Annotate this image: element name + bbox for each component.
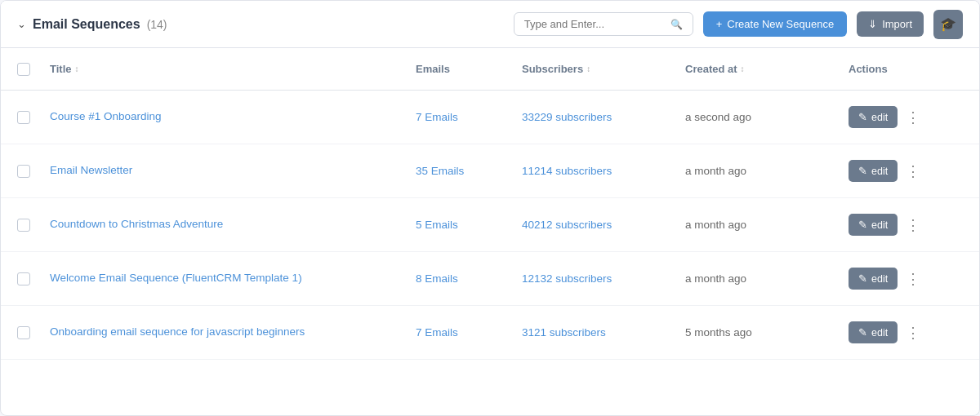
row-title-2[interactable]: Countdown to Christmas Adventure bbox=[50, 217, 416, 232]
row-created-3: a month ago bbox=[685, 272, 849, 285]
row-subscribers-2: 40212 subscribers bbox=[522, 219, 685, 231]
row-title-3[interactable]: Welcome Email Sequence (FluentCRM Templa… bbox=[50, 271, 416, 286]
row-emails-4[interactable]: 7 Emails bbox=[416, 326, 522, 339]
import-label: Import bbox=[882, 18, 912, 30]
select-all-checkbox[interactable] bbox=[17, 63, 30, 76]
row-subscribers-4: 3121 subscribers bbox=[522, 326, 685, 339]
select-all-cell bbox=[17, 63, 50, 76]
edit-label-4: edit bbox=[871, 327, 888, 339]
more-button-1[interactable]: ⋮ bbox=[902, 162, 924, 180]
table-body: Course #1 Onboarding 7 Emails 33229 subs… bbox=[1, 91, 979, 360]
created-sort-icon[interactable]: ↕ bbox=[741, 64, 745, 73]
upload-icon: ⇓ bbox=[868, 18, 877, 30]
row-actions-0: ✎ edit ⋮ bbox=[849, 106, 963, 128]
row-emails-0[interactable]: 7 Emails bbox=[416, 111, 522, 123]
table-area: Title ↕ Emails Subscribers ↕ Created at … bbox=[1, 48, 979, 360]
plus-icon: + bbox=[716, 18, 723, 30]
edit-pencil-icon-0: ✎ bbox=[858, 111, 867, 123]
table-row: Onboarding email sequence for javascript… bbox=[1, 306, 979, 360]
edit-label-0: edit bbox=[871, 112, 888, 123]
row-emails-2[interactable]: 5 Emails bbox=[416, 219, 522, 231]
table-row: Welcome Email Sequence (FluentCRM Templa… bbox=[1, 252, 979, 306]
row-subscribers-3: 12132 subscribers bbox=[522, 272, 685, 285]
row-created-4: 5 months ago bbox=[685, 326, 849, 339]
row-actions-1: ✎ edit ⋮ bbox=[849, 160, 963, 182]
col-title: Title ↕ bbox=[50, 63, 416, 75]
row-checkbox-4[interactable] bbox=[17, 326, 30, 339]
row-emails-1[interactable]: 35 Emails bbox=[416, 165, 522, 177]
graduation-hat-icon: 🎓 bbox=[940, 16, 956, 32]
search-icon: 🔍 bbox=[670, 19, 683, 30]
sequence-count: (14) bbox=[147, 18, 167, 31]
row-title-0[interactable]: Course #1 Onboarding bbox=[50, 109, 416, 125]
edit-button-1[interactable]: ✎ edit bbox=[849, 160, 898, 182]
col-actions: Actions bbox=[849, 63, 963, 75]
more-button-0[interactable]: ⋮ bbox=[902, 108, 924, 126]
row-actions-3: ✎ edit ⋮ bbox=[849, 268, 963, 290]
more-button-3[interactable]: ⋮ bbox=[902, 270, 924, 288]
more-button-2[interactable]: ⋮ bbox=[902, 216, 924, 234]
row-actions-4: ✎ edit ⋮ bbox=[849, 321, 963, 343]
more-button-4[interactable]: ⋮ bbox=[902, 324, 924, 342]
row-created-0: a second ago bbox=[685, 111, 849, 123]
edit-button-0[interactable]: ✎ edit bbox=[849, 106, 898, 128]
header: ⌄ Email Sequences (14) 🔍 + Create New Se… bbox=[1, 1, 979, 48]
header-title-area: ⌄ Email Sequences (14) bbox=[17, 17, 167, 32]
table-row: Course #1 Onboarding 7 Emails 33229 subs… bbox=[1, 91, 979, 144]
row-checkbox-cell-0 bbox=[17, 111, 50, 124]
row-checkbox-0[interactable] bbox=[17, 111, 30, 124]
page-title: Email Sequences bbox=[33, 17, 140, 32]
edit-pencil-icon-2: ✎ bbox=[858, 219, 867, 231]
table-row: Countdown to Christmas Adventure 5 Email… bbox=[1, 198, 979, 252]
row-subscribers-0: 33229 subscribers bbox=[522, 111, 685, 123]
row-checkbox-cell-2 bbox=[17, 219, 50, 232]
import-button[interactable]: ⇓ Import bbox=[857, 11, 924, 37]
edit-button-4[interactable]: ✎ edit bbox=[849, 321, 898, 343]
row-created-2: a month ago bbox=[685, 219, 849, 231]
subscribers-sort-icon[interactable]: ↕ bbox=[586, 64, 590, 73]
edit-label-3: edit bbox=[871, 273, 888, 285]
row-checkbox-3[interactable] bbox=[17, 272, 30, 285]
row-title-4[interactable]: Onboarding email sequence for javascript… bbox=[50, 325, 416, 340]
app-container: ⌄ Email Sequences (14) 🔍 + Create New Se… bbox=[0, 0, 980, 416]
row-title-1[interactable]: Email Newsletter bbox=[50, 163, 416, 179]
row-actions-2: ✎ edit ⋮ bbox=[849, 214, 963, 236]
create-sequence-button[interactable]: + Create New Sequence bbox=[703, 11, 847, 37]
edit-pencil-icon-3: ✎ bbox=[858, 272, 867, 285]
create-sequence-label: Create New Sequence bbox=[727, 18, 834, 30]
edit-label-1: edit bbox=[871, 166, 888, 177]
hat-icon-button[interactable]: 🎓 bbox=[933, 10, 963, 39]
col-created-at: Created at ↕ bbox=[685, 63, 849, 75]
row-created-1: a month ago bbox=[685, 165, 849, 177]
edit-label-2: edit bbox=[871, 219, 888, 231]
edit-pencil-icon-4: ✎ bbox=[858, 326, 867, 339]
row-checkbox-cell-4 bbox=[17, 326, 50, 339]
row-emails-3[interactable]: 8 Emails bbox=[416, 272, 522, 285]
col-subscribers: Subscribers ↕ bbox=[522, 63, 685, 75]
edit-button-3[interactable]: ✎ edit bbox=[849, 268, 898, 290]
table-header: Title ↕ Emails Subscribers ↕ Created at … bbox=[1, 48, 979, 91]
row-checkbox-cell-3 bbox=[17, 272, 50, 285]
search-box: 🔍 bbox=[514, 12, 693, 36]
row-checkbox-2[interactable] bbox=[17, 219, 30, 232]
row-subscribers-1: 11214 subscribers bbox=[522, 165, 685, 177]
edit-button-2[interactable]: ✎ edit bbox=[849, 214, 898, 236]
search-input[interactable] bbox=[524, 18, 664, 30]
row-checkbox-cell-1 bbox=[17, 165, 50, 178]
table-row: Email Newsletter 35 Emails 11214 subscri… bbox=[1, 144, 979, 198]
row-checkbox-1[interactable] bbox=[17, 165, 30, 178]
col-emails: Emails bbox=[416, 63, 522, 75]
title-sort-icon[interactable]: ↕ bbox=[75, 64, 79, 73]
edit-pencil-icon-1: ✎ bbox=[858, 165, 867, 177]
collapse-icon[interactable]: ⌄ bbox=[17, 18, 26, 30]
